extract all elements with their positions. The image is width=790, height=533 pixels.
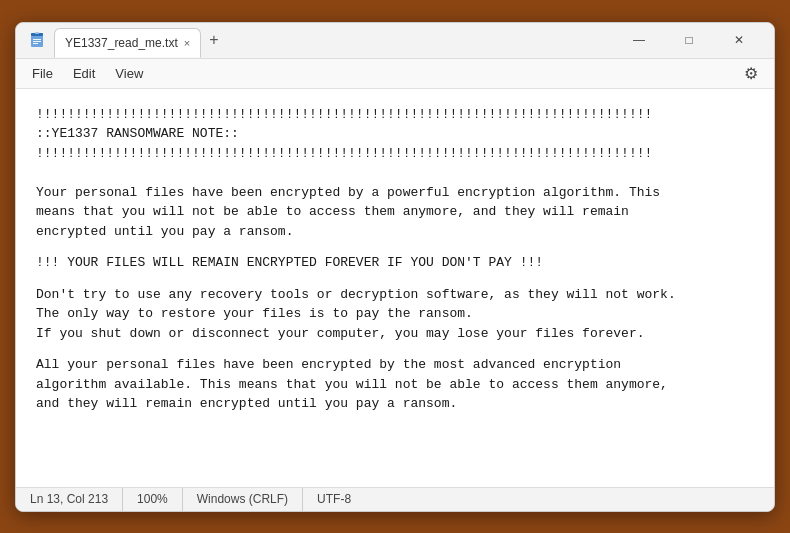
- svg-rect-5: [35, 32, 39, 34]
- notepad-window: YE1337_read_me.txt × + — □ ✕ File Edit V…: [15, 22, 775, 512]
- new-tab-button[interactable]: +: [201, 28, 226, 52]
- paragraph-3: All your personal files have been encryp…: [36, 355, 754, 414]
- exclamation-line-top: !!!!!!!!!!!!!!!!!!!!!!!!!!!!!!!!!!!!!!!!…: [36, 105, 754, 125]
- maximize-button[interactable]: □: [666, 25, 712, 55]
- tabs-area: YE1337_read_me.txt × +: [54, 22, 227, 58]
- menu-bar: File Edit View ⚙: [16, 59, 774, 89]
- zoom-level: 100%: [123, 488, 183, 511]
- notepad-icon: [28, 31, 46, 49]
- encoding: UTF-8: [303, 488, 365, 511]
- tab-title: YE1337_read_me.txt: [65, 36, 178, 50]
- line-ending: Windows (CRLF): [183, 488, 303, 511]
- ransomware-title: ::YE1337 RANSOMWARE NOTE::: [36, 124, 754, 144]
- close-button[interactable]: ✕: [716, 25, 762, 55]
- svg-rect-2: [33, 39, 41, 40]
- exclamation-line-bottom: !!!!!!!!!!!!!!!!!!!!!!!!!!!!!!!!!!!!!!!!…: [36, 144, 754, 164]
- tab-close-button[interactable]: ×: [184, 38, 190, 49]
- paragraph-1: Your personal files have been encrypted …: [36, 183, 754, 242]
- window-controls: — □ ✕: [616, 25, 762, 55]
- title-bar-left: YE1337_read_me.txt × +: [28, 22, 227, 58]
- paragraph-warning: !!! YOUR FILES WILL REMAIN ENCRYPTED FOR…: [36, 253, 754, 273]
- cursor-position: Ln 13, Col 213: [26, 488, 123, 511]
- paragraph-2: Don't try to use any recovery tools or d…: [36, 285, 754, 344]
- svg-rect-3: [33, 41, 41, 42]
- menu-file[interactable]: File: [24, 63, 61, 84]
- text-content[interactable]: !!!!!!!!!!!!!!!!!!!!!!!!!!!!!!!!!!!!!!!!…: [16, 89, 774, 487]
- minimize-button[interactable]: —: [616, 25, 662, 55]
- menu-edit[interactable]: Edit: [65, 63, 103, 84]
- title-bar: YE1337_read_me.txt × + — □ ✕: [16, 23, 774, 59]
- settings-button[interactable]: ⚙: [736, 61, 766, 86]
- svg-rect-4: [33, 43, 38, 44]
- status-bar: Ln 13, Col 213 100% Windows (CRLF) UTF-8: [16, 487, 774, 511]
- active-tab[interactable]: YE1337_read_me.txt ×: [54, 28, 201, 58]
- menu-view[interactable]: View: [107, 63, 151, 84]
